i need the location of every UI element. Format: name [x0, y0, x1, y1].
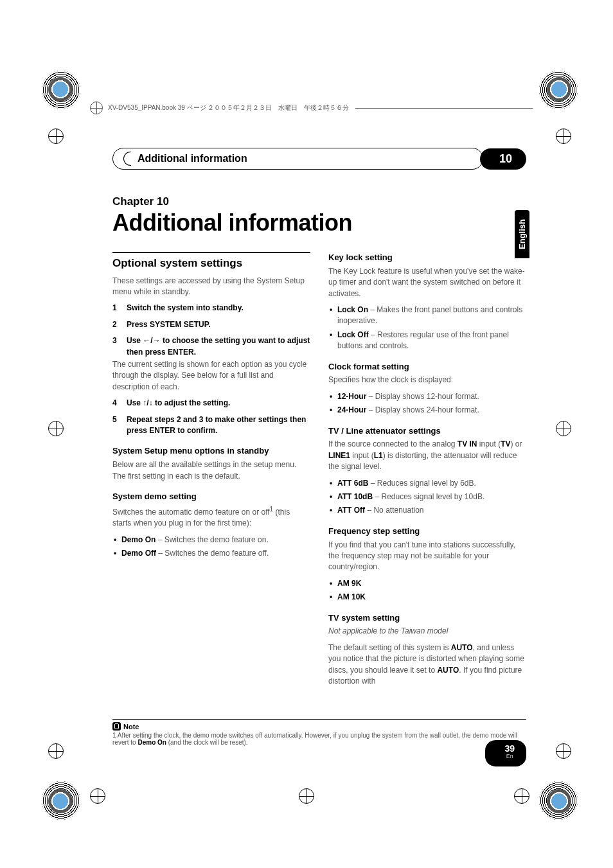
right-column: Key lock setting The Key Lock feature is… — [328, 252, 526, 692]
list-item: ATT Off – No attenuation — [337, 505, 526, 516]
step-3: 3 Use ←/→ to choose the setting you want… — [112, 335, 310, 358]
sub-heading-freq: Frequency step setting — [328, 526, 526, 538]
sub-heading-setup-menu: System Setup menu options in standby — [112, 445, 310, 457]
keylock-list: Lock On – Makes the front panel buttons … — [328, 305, 526, 352]
inner-corner-tr — [547, 77, 571, 102]
registration-mark — [514, 788, 529, 804]
tvsys-text: The default setting of this system is AU… — [328, 642, 526, 687]
list-item: AM 10K — [337, 592, 526, 603]
step-5: 5 Repeat steps 2 and 3 to make other set… — [112, 414, 310, 437]
list-item: Lock On – Makes the front panel buttons … — [337, 305, 526, 327]
freq-text: If you find that you can't tune into sta… — [328, 540, 526, 573]
note-icon — [112, 722, 121, 731]
list-item: ATT 6dB – Reduces signal level by 6dB. — [337, 478, 526, 489]
list-item: 12-Hour – Display shows 12-hour format. — [337, 391, 526, 402]
file-header: XV-DV535_IPPAN.book 39 ページ ２００５年２月２３日 水曜… — [90, 102, 533, 114]
page-number: 39 En — [485, 740, 526, 766]
list-item: ATT 10dB – Reduces signal level by 10dB. — [337, 492, 526, 502]
registration-mark — [556, 128, 571, 144]
registration-mark — [556, 421, 571, 436]
step-3-desc: The current setting is shown for each op… — [112, 359, 310, 393]
setup-menu-text: Below are all the available settings in … — [112, 459, 310, 482]
sub-heading-tvline: TV / Line attenuator settings — [328, 425, 526, 438]
chapter-bar: Additional information 10 — [112, 148, 526, 170]
list-item: 24-Hour – Display shows 24-hour format. — [337, 405, 526, 416]
chapter-bar-label-pill: Additional information — [112, 148, 483, 170]
registration-mark — [556, 743, 571, 759]
inner-corner-bl — [48, 789, 73, 813]
step-1: 1 Switch the system into standby. — [112, 303, 310, 314]
step-2: 2 Press SYSTEM SETUP. — [112, 319, 310, 330]
list-item: Demo Off – Switches the demo feature off… — [121, 548, 310, 559]
list-item: AM 9K — [337, 578, 526, 589]
sub-heading-tvsys: TV system setting — [328, 612, 526, 624]
list-item: Lock Off – Restores regular use of the f… — [337, 330, 526, 352]
list-item: Demo On – Switches the demo feature on. — [121, 535, 310, 545]
left-column: Optional system settings These settings … — [112, 252, 310, 692]
clock-text: Specifies how the clock is displayed: — [328, 375, 526, 385]
inner-corner-br — [547, 789, 571, 813]
chapter-bar-label: Additional information — [138, 153, 247, 164]
sub-heading-clock: Clock format setting — [328, 361, 526, 373]
tvline-list: ATT 6dB – Reduces signal level by 6dB. A… — [328, 478, 526, 517]
demo-list: Demo On – Switches the demo feature on. … — [112, 535, 310, 560]
registration-mark — [299, 788, 314, 804]
demo-text: Switches the automatic demo feature on o… — [112, 505, 310, 529]
registration-mark — [90, 788, 105, 804]
inner-corner-tl — [48, 77, 73, 102]
registration-mark — [48, 421, 64, 436]
sub-heading-keylock: Key lock setting — [328, 252, 526, 264]
section-heading-optional: Optional system settings — [112, 252, 310, 272]
chapter-bar-number: 10 — [480, 148, 526, 170]
registration-icon — [90, 102, 103, 114]
page-content: Additional information 10 Chapter 10 Add… — [112, 148, 526, 765]
chapter-title: Additional information — [112, 209, 526, 236]
registration-mark — [48, 743, 64, 759]
tvline-text: If the source connected to the analog TV… — [328, 439, 526, 472]
note-text: 1 After setting the clock, the demo mode… — [112, 732, 526, 746]
note-label: Note — [112, 722, 139, 731]
note-section: Note 1 After setting the clock, the demo… — [112, 719, 526, 746]
keylock-text: The Key Lock feature is useful when you'… — [328, 266, 526, 299]
step-4: 4 Use ↑/↓ to adjust the setting. — [112, 398, 310, 409]
intro-text: These settings are accessed by using the… — [112, 276, 310, 298]
clock-list: 12-Hour – Display shows 12-hour format. … — [328, 391, 526, 416]
chapter-subtitle: Chapter 10 — [112, 195, 526, 208]
freq-list: AM 9K AM 10K — [328, 578, 526, 603]
tvsys-italic: Not applicable to the Taiwan model — [328, 626, 526, 637]
registration-mark — [48, 128, 64, 144]
sub-heading-demo: System demo setting — [112, 491, 310, 503]
file-header-text: XV-DV535_IPPAN.book 39 ページ ２００５年２月２３日 水曜… — [108, 103, 349, 112]
